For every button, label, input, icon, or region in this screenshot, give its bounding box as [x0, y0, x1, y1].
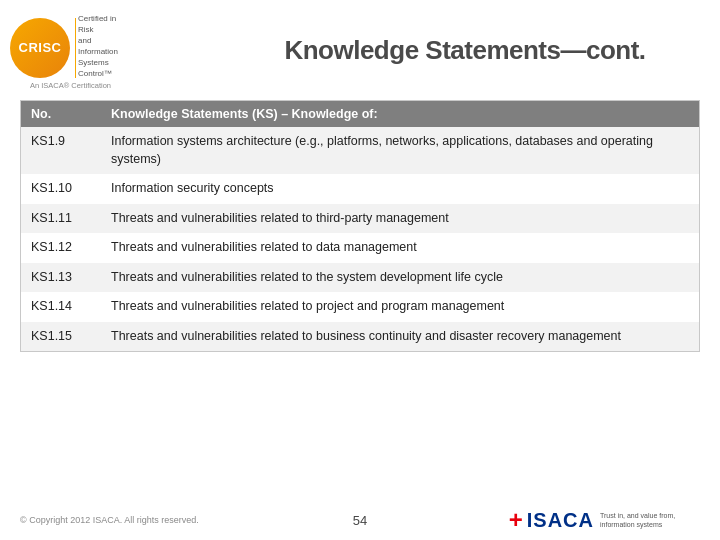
table-row: KS1.9Information systems architecture (e… — [21, 127, 699, 174]
row-id: KS1.10 — [21, 174, 101, 204]
row-text: Threats and vulnerabilities related to d… — [101, 233, 699, 263]
table-header-row: No. Knowledge Statements (KS) – Knowledg… — [21, 101, 699, 127]
table-row: KS1.14Threats and vulnerabilities relate… — [21, 292, 699, 322]
col-no-header: No. — [21, 101, 101, 127]
row-id: KS1.14 — [21, 292, 101, 322]
row-id: KS1.9 — [21, 127, 101, 174]
isaca-tagline-text: Trust in, and value from, information sy… — [600, 511, 700, 529]
row-id: KS1.15 — [21, 322, 101, 352]
header: CRISC Certified in Risk and Information … — [0, 0, 720, 100]
crisc-label: CRISC — [19, 40, 62, 55]
row-text: Threats and vulnerabilities related to p… — [101, 292, 699, 322]
page-title: Knowledge Statements—cont. — [230, 35, 700, 66]
crisc-circle: CRISC — [10, 18, 70, 78]
isaca-logo: + ISACA Trust in, and value from, inform… — [509, 508, 700, 532]
row-id: KS1.11 — [21, 204, 101, 234]
row-text: Threats and vulnerabilities related to t… — [101, 204, 699, 234]
page-number: 54 — [353, 513, 367, 528]
col-ks-header: Knowledge Statements (KS) – Knowledge of… — [101, 101, 699, 127]
table-row: KS1.15Threats and vulnerabilities relate… — [21, 322, 699, 352]
isaca-plus-icon: + — [509, 508, 523, 532]
row-id: KS1.13 — [21, 263, 101, 293]
row-text: Information security concepts — [101, 174, 699, 204]
table-row: KS1.12Threats and vulnerabilities relate… — [21, 233, 699, 263]
footer: © Copyright 2012 ISACA. All rights reser… — [0, 508, 720, 532]
isaca-cert-text: An ISACA® Certification — [30, 81, 111, 90]
table-row: KS1.10Information security concepts — [21, 174, 699, 204]
isaca-name-text: ISACA — [527, 509, 594, 532]
certified-text: Certified in Risk and Information System… — [78, 13, 118, 80]
copyright-text: © Copyright 2012 ISACA. All rights reser… — [20, 515, 199, 525]
row-text: Threats and vulnerabilities related to b… — [101, 322, 699, 352]
knowledge-table: No. Knowledge Statements (KS) – Knowledg… — [20, 100, 700, 352]
logo-area: CRISC Certified in Risk and Information … — [10, 13, 230, 88]
row-text: Information systems architecture (e.g., … — [101, 127, 699, 174]
row-id: KS1.12 — [21, 233, 101, 263]
table-row: KS1.11Threats and vulnerabilities relate… — [21, 204, 699, 234]
table-row: KS1.13Threats and vulnerabilities relate… — [21, 263, 699, 293]
row-text: Threats and vulnerabilities related to t… — [101, 263, 699, 293]
crisc-logo: CRISC Certified in Risk and Information … — [10, 13, 110, 88]
logo-divider — [75, 18, 76, 78]
